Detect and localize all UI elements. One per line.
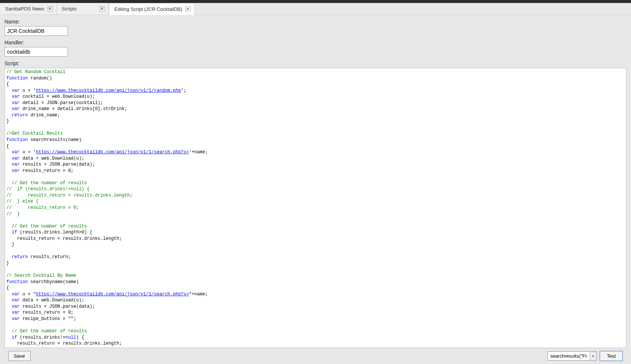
tab-sambapos-news[interactable]: SambaPOS News ✕ <box>0 3 57 15</box>
script-label: Script: <box>4 60 627 66</box>
close-icon[interactable]: ✕ <box>47 6 53 12</box>
test-button[interactable]: Test <box>600 351 623 361</box>
save-button[interactable]: Save <box>8 351 31 361</box>
tabstrip: SambaPOS News ✕ Scripts ✕ Editing Script… <box>0 3 631 15</box>
tab-label: Editing Script (JCR CocktailDB) <box>114 6 182 12</box>
script-code[interactable]: // Get Random Cocktail function random()… <box>5 68 626 348</box>
name-input[interactable] <box>4 26 68 36</box>
form-area: Name: Handler: Script: // Get Random Coc… <box>0 15 631 364</box>
tab-editing-script[interactable]: Editing Script (JCR CocktailDB) ✕ <box>109 3 195 15</box>
handler-input[interactable] <box>4 47 68 57</box>
test-args-combo[interactable]: ▾ <box>547 351 597 361</box>
tab-label: SambaPOS News <box>5 6 44 12</box>
name-label: Name: <box>4 19 627 25</box>
chevron-down-icon[interactable]: ▾ <box>590 352 596 360</box>
tab-label: Scripts <box>62 6 77 12</box>
tab-scripts[interactable]: Scripts ✕ <box>57 3 109 15</box>
script-editor[interactable]: // Get Random Cocktail function random()… <box>4 68 627 348</box>
handler-label: Handler: <box>4 40 627 46</box>
window-topbar <box>0 0 631 3</box>
test-args-input[interactable] <box>548 352 590 360</box>
close-icon[interactable]: ✕ <box>185 6 191 12</box>
footer: Save ▾ Test <box>4 348 627 364</box>
close-icon[interactable]: ✕ <box>100 6 105 12</box>
